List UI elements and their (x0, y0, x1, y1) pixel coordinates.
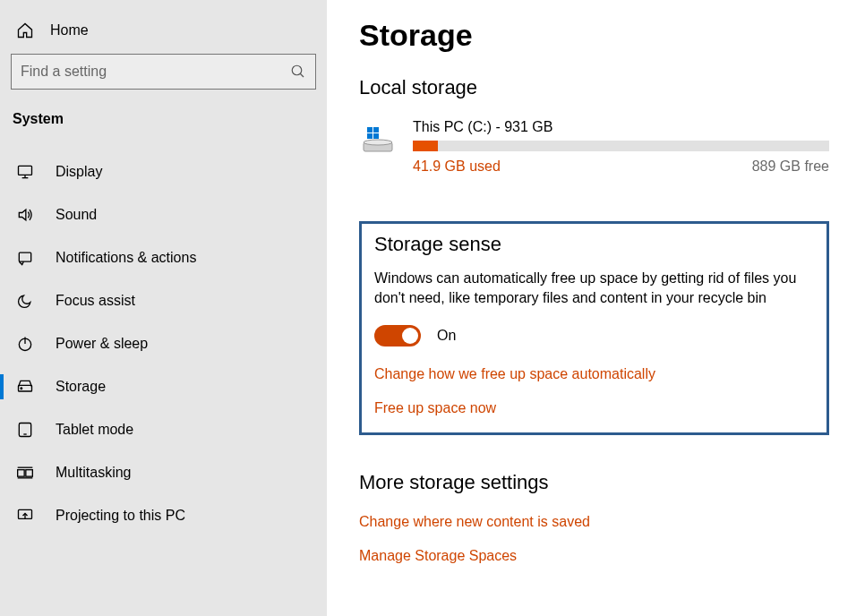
nav-label: Display (56, 164, 102, 180)
speaker-icon (14, 206, 36, 224)
link-manage-storage-spaces[interactable]: Manage Storage Spaces (359, 548, 829, 564)
monitor-icon (14, 163, 36, 181)
svg-line-1 (300, 73, 304, 77)
link-change-free-up[interactable]: Change how we free up space automaticall… (374, 366, 814, 382)
search-input[interactable] (21, 64, 290, 80)
svg-point-19 (364, 140, 392, 145)
nav-label: Sound (56, 207, 97, 223)
category-label: System (9, 111, 318, 150)
nav-label: Focus assist (56, 293, 135, 309)
svg-rect-13 (26, 470, 33, 477)
svg-rect-20 (367, 127, 373, 133)
more-settings-title: More storage settings (359, 471, 829, 494)
svg-rect-21 (373, 127, 379, 133)
svg-point-0 (292, 65, 302, 75)
svg-rect-2 (19, 166, 32, 175)
nav-item-focus-assist[interactable]: Focus assist (9, 279, 318, 322)
svg-point-9 (21, 388, 22, 389)
nav-item-power-sleep[interactable]: Power & sleep (9, 322, 318, 365)
svg-rect-5 (19, 252, 30, 261)
nav-item-tablet-mode[interactable]: Tablet mode (9, 408, 318, 451)
search-icon (290, 64, 306, 80)
nav-item-storage[interactable]: Storage (9, 365, 318, 408)
link-free-up-now[interactable]: Free up space now (374, 400, 814, 416)
nav-label: Notifications & actions (56, 250, 196, 266)
storage-sense-description: Windows can automatically free up space … (374, 269, 814, 309)
free-label: 889 GB free (752, 158, 829, 175)
nav-item-display[interactable]: Display (9, 150, 318, 193)
storage-bar-fill (413, 141, 438, 151)
toggle-state-label: On (437, 328, 456, 344)
page-title: Storage (359, 18, 829, 53)
toggle-knob (402, 328, 418, 344)
used-label: 41.9 GB used (413, 158, 501, 175)
notification-icon (14, 249, 36, 267)
storage-sense-toggle-row: On (374, 325, 814, 346)
drive-footer: 41.9 GB used 889 GB free (413, 158, 829, 175)
hard-drive-icon (359, 119, 397, 175)
nav-item-multitasking[interactable]: Multitasking (9, 451, 318, 494)
home-nav[interactable]: Home (9, 14, 318, 54)
settings-sidebar: Home System Display Sound Notifications … (0, 0, 327, 616)
svg-rect-23 (373, 133, 379, 139)
storage-sense-section: Storage sense Windows can automatically … (359, 221, 829, 435)
drive-info: This PC (C:) - 931 GB 41.9 GB used 889 G… (413, 119, 829, 175)
nav-label: Projecting to this PC (56, 508, 185, 524)
moon-icon (14, 292, 36, 310)
home-label: Home (50, 22, 89, 38)
drive-c-row[interactable]: This PC (C:) - 931 GB 41.9 GB used 889 G… (359, 119, 829, 175)
main-content: Storage Local storage This PC (C:) - 931… (327, 0, 865, 616)
storage-bar (413, 141, 829, 151)
nav-item-sound[interactable]: Sound (9, 193, 318, 236)
search-box[interactable] (11, 54, 316, 90)
local-storage-title: Local storage (359, 76, 829, 99)
nav-label: Storage (56, 379, 106, 395)
nav-item-notifications[interactable]: Notifications & actions (9, 236, 318, 279)
storage-sense-title: Storage sense (374, 233, 814, 256)
project-icon (14, 507, 36, 525)
nav-label: Multitasking (56, 465, 131, 481)
home-icon (14, 21, 36, 39)
link-change-content-location[interactable]: Change where new content is saved (359, 514, 829, 530)
drive-icon (14, 378, 36, 396)
tablet-icon (14, 421, 36, 439)
nav-label: Power & sleep (56, 336, 148, 352)
storage-sense-toggle[interactable] (374, 325, 421, 346)
svg-rect-22 (367, 133, 373, 139)
nav-label: Tablet mode (56, 422, 133, 438)
svg-rect-12 (18, 470, 25, 477)
nav-list: Display Sound Notifications & actions Fo… (9, 150, 318, 537)
power-icon (14, 335, 36, 353)
drive-name: This PC (C:) - 931 GB (413, 119, 829, 135)
multitask-icon (14, 464, 36, 482)
nav-item-projecting[interactable]: Projecting to this PC (9, 494, 318, 537)
